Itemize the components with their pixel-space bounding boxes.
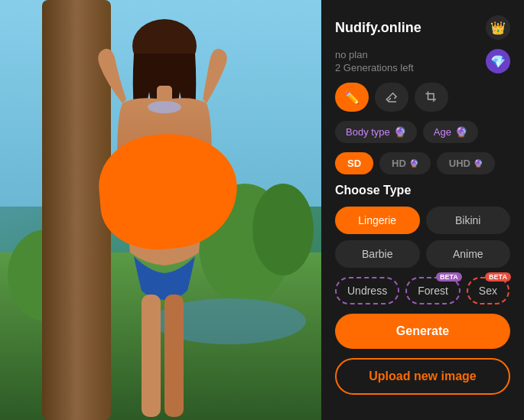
body-type-label: Body type bbox=[346, 126, 390, 138]
app-title: Nudify.online bbox=[335, 20, 421, 36]
eraser-tool-button[interactable] bbox=[375, 83, 408, 112]
crop-tool-button[interactable] bbox=[415, 83, 448, 112]
anime-type-button[interactable]: Anime bbox=[426, 240, 511, 268]
hd-quality-button[interactable]: HD 🔮 bbox=[379, 152, 431, 174]
plan-text: no plan 2 Generations left bbox=[335, 49, 414, 73]
tool-row: ✏️ bbox=[335, 83, 510, 112]
barbie-label: Barbie bbox=[362, 248, 392, 260]
body-type-button[interactable]: Body type 🔮 bbox=[335, 121, 417, 143]
header: Nudify.online 👑 bbox=[335, 15, 510, 40]
generations-left: 2 Generations left bbox=[335, 62, 414, 73]
svg-point-12 bbox=[148, 101, 181, 113]
beta-types-row: Undress Forest BETA Sex BETA bbox=[335, 277, 510, 304]
section-title: Choose Type bbox=[335, 184, 510, 197]
hd-lock-icon: 🔮 bbox=[409, 159, 418, 168]
uhd-lock-icon: 🔮 bbox=[474, 159, 483, 168]
uhd-label: UHD bbox=[449, 158, 470, 169]
body-type-lock-icon: 🔮 bbox=[394, 126, 406, 138]
brush-tool-button[interactable]: ✏️ bbox=[335, 83, 369, 112]
uhd-quality-button[interactable]: UHD 🔮 bbox=[437, 152, 495, 174]
bikini-type-button[interactable]: Bikini bbox=[426, 207, 511, 234]
forest-type-button[interactable]: Forest BETA bbox=[405, 277, 461, 304]
barbie-type-button[interactable]: Barbie bbox=[335, 240, 420, 268]
hd-label: HD bbox=[392, 158, 406, 169]
sex-type-button[interactable]: Sex BETA bbox=[467, 277, 509, 304]
svg-rect-11 bbox=[164, 295, 184, 417]
diamond-icon[interactable]: 💎 bbox=[486, 49, 510, 73]
anime-label: Anime bbox=[453, 248, 483, 260]
upload-new-image-button[interactable]: Upload new image bbox=[335, 358, 510, 395]
svg-point-3 bbox=[252, 184, 314, 275]
right-panel: Nudify.online 👑 no plan 2 Generations le… bbox=[321, 0, 524, 420]
image-panel bbox=[0, 0, 321, 420]
sex-label: Sex bbox=[479, 285, 497, 297]
plan-info: no plan 2 Generations left 💎 bbox=[335, 49, 510, 73]
crown-icon[interactable]: 👑 bbox=[486, 15, 510, 40]
age-button[interactable]: Age 🔮 bbox=[423, 121, 478, 143]
forest-beta-badge: BETA bbox=[436, 272, 462, 282]
lingerie-label: Lingerie bbox=[358, 214, 396, 226]
type-grid: Lingerie Bikini Barbie Anime bbox=[335, 207, 510, 268]
sex-beta-badge: BETA bbox=[485, 272, 511, 282]
undress-type-button[interactable]: Undress bbox=[335, 277, 399, 304]
sd-quality-button[interactable]: SD bbox=[335, 152, 373, 174]
undress-label: Undress bbox=[347, 285, 387, 297]
age-label: Age bbox=[434, 126, 451, 138]
options-row: Body type 🔮 Age 🔮 bbox=[335, 121, 510, 143]
plan-name: no plan bbox=[335, 49, 414, 60]
age-lock-icon: 🔮 bbox=[455, 126, 467, 138]
generate-button[interactable]: Generate bbox=[335, 314, 510, 349]
bikini-label: Bikini bbox=[455, 214, 480, 226]
quality-row: SD HD 🔮 UHD 🔮 bbox=[335, 152, 510, 174]
svg-rect-10 bbox=[142, 295, 161, 417]
sd-label: SD bbox=[347, 158, 361, 169]
forest-label: Forest bbox=[418, 285, 448, 297]
lingerie-type-button[interactable]: Lingerie bbox=[335, 207, 420, 234]
